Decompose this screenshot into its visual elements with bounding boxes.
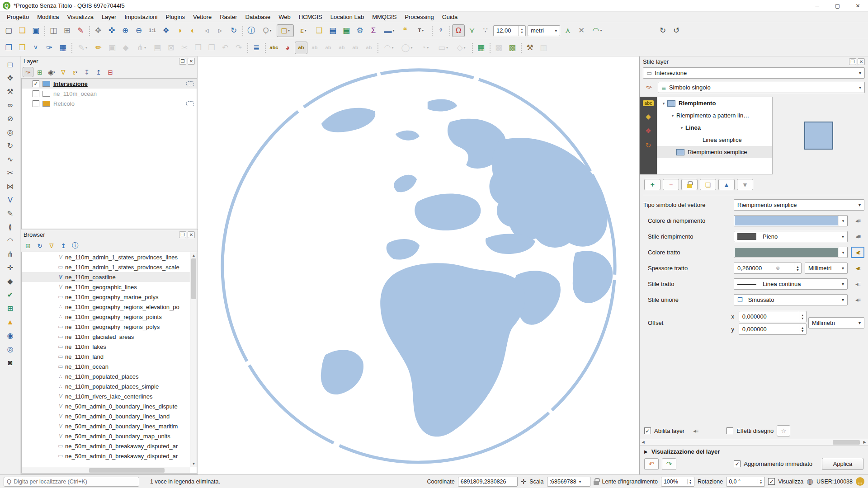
map-refresh[interactable]: ↻ [227,24,240,37]
float-panel-icon[interactable]: ❐ [179,58,186,65]
edit-pencil-tool[interactable]: ✎ [4,207,17,220]
menu-item[interactable]: Database [241,13,275,21]
separator[interactable] [519,42,523,54]
menu-item[interactable]: Impostazioni [120,13,161,21]
menu-item[interactable]: MMQGIS [368,13,401,21]
override-join-style-icon[interactable]: ◂≡ [851,294,864,305]
paste-features[interactable]: ❒ [205,42,218,54]
layout-manager[interactable]: ⊞ [61,24,73,37]
layer-visibility-checkbox[interactable] [33,90,39,97]
shape-digitizing-tool[interactable]: ◆ [4,275,17,287]
separator[interactable] [376,42,379,54]
add-selected-layers[interactable]: ⊞ [23,240,33,251]
symbol-tree-row[interactable]: Riempimento semplice [657,146,772,158]
highlight-pinned-labels[interactable]: ab [308,42,321,54]
remove-layer[interactable]: ⊟ [105,67,116,77]
snap-tolerance-spinner[interactable]: 12,00▲▼ [493,25,526,36]
separator[interactable] [471,42,474,54]
new-print-layout[interactable]: ◫ [47,24,60,37]
override-stroke-width-icon[interactable]: ◂ε [851,263,864,274]
symbol-tree-row[interactable]: Linea semplice [657,134,772,146]
menu-item[interactable]: Progetto [3,13,33,21]
override-fill-style-icon[interactable]: ◂≡ [851,231,864,242]
close-panel-icon[interactable]: ✕ [858,58,865,65]
pan-map[interactable]: ✥ [92,24,104,37]
pin-labels[interactable]: ab [295,42,307,54]
undo[interactable]: ↶ [219,42,231,54]
add-group[interactable]: ⊞ [34,67,45,77]
toggle-editing[interactable]: ✏ [92,42,105,54]
style-horizontal-scrollbar[interactable]: ◀▶ [640,439,868,446]
layer-visibility-checkbox[interactable] [33,100,39,107]
browser-item[interactable]: ne_110m_geographic_lines [22,282,190,292]
rotation-spinner[interactable]: 0,0 °▲▼ [726,477,765,487]
tree-arrow-icon[interactable]: ▾ [660,101,667,106]
browser-horizontal-scrollbar[interactable] [22,467,190,473]
style-manager[interactable]: ✎ [74,24,87,37]
snap-intersection[interactable]: ⋎ [466,24,478,37]
zoom-to-layer[interactable]: ◐ [187,24,199,37]
menu-item[interactable]: Vettore [189,13,216,21]
browser-item[interactable]: ne_110m_admin_1_states_provinces_lines [22,252,190,262]
layer-row[interactable]: ne_110m_ocean [22,89,197,99]
select-rectangle[interactable]: ◻ [277,24,294,37]
new-shapefile[interactable]: V [29,42,42,54]
style-layer-combo[interactable]: ▭ Intersezione [643,67,865,79]
stroke-color-button[interactable]: ▾ [734,247,848,258]
3d-view-tab-icon[interactable]: ◆ [646,113,651,121]
browser-item[interactable]: ne_50m_admin_0_boundary_lines_land [22,411,190,421]
add-symbol-layer-button[interactable]: ＋ [644,179,660,190]
magnifier-spinner[interactable]: 100%▲▼ [661,477,694,487]
new-virtual-layer[interactable]: ▦ [57,42,69,54]
browser-item[interactable]: ne_110m_geography_marine_polys [22,292,190,302]
browser-item[interactable]: ne_110m_geography_regions_polys [22,322,190,332]
measure[interactable]: ▬ [381,24,398,37]
stroke-width-unit-combo[interactable]: Millimetri [805,263,848,274]
self-snapping[interactable]: ∵ [479,24,492,37]
maximize-button[interactable]: ▢ [827,0,848,11]
layer-rendering-expander[interactable]: ▶ Visualizzazione del layer [644,448,863,455]
separator[interactable] [264,42,267,54]
browser-item[interactable]: ne_110m_geography_regions_points [22,312,190,322]
show-hide-labels[interactable]: ab [322,42,335,54]
warning-badge[interactable]: ▲ [4,316,17,328]
apply-button[interactable]: Applica [822,458,863,470]
check-geometry-tool[interactable]: ✔ [4,289,17,301]
menu-item[interactable]: HCMGIS [295,13,326,21]
new-project[interactable]: ▢ [2,24,15,37]
menu-item[interactable]: Raster [216,13,241,21]
menu-item[interactable]: Plugins [161,13,189,21]
collapse-all-browser[interactable]: ↥ [58,240,69,251]
enable-tracing[interactable]: ⋏ [561,24,574,37]
enable-layer-checkbox[interactable]: ✓ [644,427,651,434]
simplify-tool[interactable]: ∿ [4,153,17,165]
override-stroke-color-icon[interactable]: ◂ε [851,247,864,258]
select-by-expression[interactable]: ε [295,24,312,37]
raster-table[interactable]: ▦ [475,42,487,54]
layer-row[interactable]: ✓ Intersezione [22,79,197,89]
vertex-editor-tool[interactable]: ⋔ [4,248,17,260]
layer-row[interactable]: Reticolo [22,99,197,108]
manage-visibility[interactable]: ◉ [46,67,57,77]
tree-arrow-icon[interactable]: ▾ [678,126,685,130]
separator[interactable] [43,24,46,37]
float-panel-icon[interactable]: ❐ [849,58,856,65]
close-panel-icon[interactable]: ✕ [188,231,195,238]
new-bookmark[interactable]: ❑ [313,24,326,37]
override-enable-layer-icon[interactable]: ◂≡ [689,425,702,436]
menu-item[interactable]: Modifica [33,13,63,21]
vertex-tool[interactable]: ⋔ [133,42,150,54]
browser-item[interactable]: ne_110m_geography_regions_elevation_po [22,302,190,312]
browser-item[interactable]: ne_110m_lakes [22,342,190,352]
new-geopackage[interactable]: ❒ [16,42,28,54]
symbology-tab-icon[interactable]: ✑ [643,81,656,93]
move-down-button[interactable]: ▼ [737,179,753,190]
labels-tab-icon[interactable]: abc [643,100,653,106]
plugin-tools[interactable]: ⚒ [524,42,536,54]
browser-item[interactable]: ne_50m_admin_0_boundary_lines_maritim [22,421,190,431]
cut-features[interactable]: ✂ [178,42,191,54]
snap-unit-combo[interactable]: metri [528,25,560,36]
coordinate-input[interactable]: 6891809,2830826 [458,477,518,487]
zoom-full[interactable]: ❖ [160,24,172,37]
merge-features-tool[interactable]: ⋈ [4,180,17,192]
